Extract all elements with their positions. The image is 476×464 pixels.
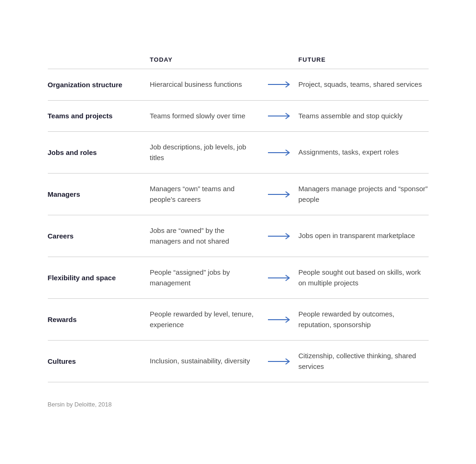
table-row: Cultures Inclusion, sustainability, dive… <box>48 341 429 382</box>
row-label-jobs-roles: Jobs and roles <box>48 148 150 157</box>
arrow-icon <box>268 358 292 365</box>
arrow-icon <box>268 149 292 156</box>
arrow-icon <box>268 81 292 88</box>
arrow-icon <box>268 232 292 240</box>
row-arrow-org-structure <box>261 81 299 88</box>
row-future-cultures: Citizenship, collective thinking, shared… <box>299 351 429 372</box>
arrow-col-header <box>261 56 299 63</box>
row-arrow-careers <box>261 232 299 240</box>
citation-text: Bersin by Deloitte, 2018 <box>48 401 429 408</box>
row-today-cultures: Inclusion, sustainability, diversity <box>150 356 261 367</box>
table-row: Managers Managers “own” teams and people… <box>48 174 429 215</box>
comparison-table: TODAY FUTURE Organization structure Hier… <box>48 56 429 408</box>
row-arrow-cultures <box>261 358 299 365</box>
table-row: Careers Jobs are “owned” by the managers… <box>48 215 429 257</box>
future-header: FUTURE <box>299 56 429 63</box>
row-future-jobs-roles: Assignments, tasks, expert roles <box>299 147 429 158</box>
row-today-rewards: People rewarded by level, tenure, experi… <box>150 309 261 330</box>
row-arrow-managers <box>261 191 299 198</box>
row-today-careers: Jobs are “owned” by the managers and not… <box>150 226 261 246</box>
row-arrow-jobs-roles <box>261 149 299 156</box>
table-header: TODAY FUTURE <box>48 56 429 69</box>
row-today-org-structure: Hierarcical business functions <box>150 79 261 90</box>
row-future-org-structure: Project, squads, teams, shared services <box>299 79 429 90</box>
label-col-header <box>48 56 150 63</box>
row-future-teams-projects: Teams assemble and stop quickly <box>299 111 429 122</box>
today-header: TODAY <box>150 56 261 63</box>
row-today-jobs-roles: Job descriptions, job levels, job titles <box>150 142 261 163</box>
table-body: Organization structure Hierarcical busin… <box>48 69 429 382</box>
row-arrow-flexibility-space <box>261 274 299 282</box>
arrow-icon <box>268 274 292 282</box>
main-container: TODAY FUTURE Organization structure Hier… <box>39 28 438 436</box>
table-row: Organization structure Hierarcical busin… <box>48 69 429 101</box>
row-label-org-structure: Organization structure <box>48 80 150 90</box>
row-arrow-rewards <box>261 316 299 323</box>
row-future-rewards: People rewarded by outcomes, reputation,… <box>299 309 429 330</box>
row-future-managers: Managers manage projects and “sponsor” p… <box>299 184 429 205</box>
arrow-icon <box>268 316 292 323</box>
row-label-managers: Managers <box>48 189 150 199</box>
table-row: Jobs and roles Job descriptions, job lev… <box>48 132 429 174</box>
row-arrow-teams-projects <box>261 112 299 120</box>
row-today-teams-projects: Teams formed slowly over time <box>150 111 261 122</box>
arrow-icon <box>268 112 292 120</box>
row-today-flexibility-space: People “assigned” jobs by management <box>150 267 261 288</box>
row-label-flexibility-space: Flexibility and space <box>48 273 150 283</box>
table-row: Rewards People rewarded by level, tenure… <box>48 299 429 341</box>
row-label-teams-projects: Teams and projects <box>48 111 150 121</box>
row-label-cultures: Cultures <box>48 356 150 366</box>
row-future-flexibility-space: People sought out based on skills, work … <box>299 267 429 288</box>
row-future-careers: Jobs open in transparent marketplace <box>299 231 429 241</box>
arrow-icon <box>268 191 292 198</box>
row-label-careers: Careers <box>48 231 150 241</box>
table-row: Flexibility and space People “assigned” … <box>48 257 429 299</box>
row-label-rewards: Rewards <box>48 315 150 324</box>
table-row: Teams and projects Teams formed slowly o… <box>48 101 429 132</box>
row-today-managers: Managers “own” teams and people’s career… <box>150 184 261 205</box>
